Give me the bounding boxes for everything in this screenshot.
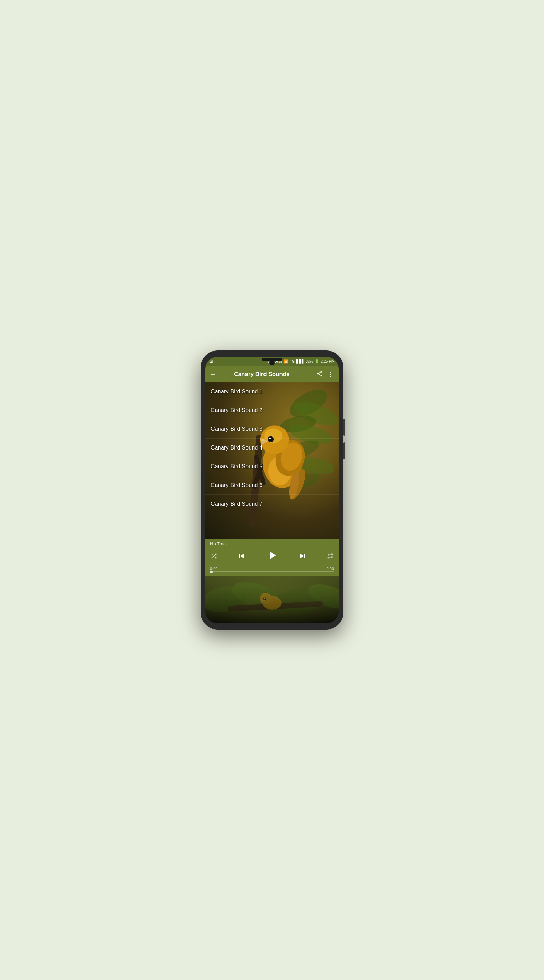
front-camera xyxy=(269,360,275,366)
track-item-6[interactable]: Canary Bird Sound 6 xyxy=(205,476,339,495)
share-button[interactable] xyxy=(316,370,323,379)
toolbar: ← Canary Bird Sounds ⋮ xyxy=(205,366,339,382)
svg-line-3 xyxy=(319,374,320,375)
track-item-1[interactable]: Canary Bird Sound 1 xyxy=(205,382,339,401)
content-area: Canary Bird Sound 1 Canary Bird Sound 2 … xyxy=(205,382,339,624)
volume-down-button[interactable] xyxy=(343,442,345,460)
status-left: 🖼 xyxy=(209,360,213,363)
clock: 2:25 PM xyxy=(320,360,335,363)
more-button[interactable]: ⋮ xyxy=(328,371,334,378)
track-item-5[interactable]: Canary Bird Sound 5 xyxy=(205,457,339,476)
bottom-image-area xyxy=(205,576,339,624)
track-item-3[interactable]: Canary Bird Sound 3 xyxy=(205,420,339,439)
notification-icon: 🖼 xyxy=(209,360,213,363)
battery-pct: 32% xyxy=(306,360,313,363)
player-controls xyxy=(210,549,334,565)
next-button[interactable] xyxy=(298,551,308,563)
svg-point-0 xyxy=(320,371,322,372)
play-button[interactable] xyxy=(265,549,279,565)
network-icon: 4G xyxy=(290,360,295,363)
current-track-name: No Track xyxy=(210,541,334,546)
repeat-button[interactable] xyxy=(327,552,334,562)
player-panel: No Track xyxy=(205,539,339,576)
svg-point-2 xyxy=(320,375,322,376)
toolbar-actions: ⋮ xyxy=(316,370,334,379)
time-end: 0:00 xyxy=(327,566,334,571)
track-item-4[interactable]: Canary Bird Sound 4 xyxy=(205,439,339,457)
bottom-overlay xyxy=(205,576,339,624)
bird-list-area: Canary Bird Sound 1 Canary Bird Sound 2 … xyxy=(205,382,339,539)
player-times: 0:00 0:00 xyxy=(210,566,334,571)
phone-device: 🖼 11.20K/s 📶 4G ▋▋▋ 32% 🔋 2:25 PM ← Cana… xyxy=(201,350,343,630)
previous-button[interactable] xyxy=(236,551,246,563)
volume-up-button[interactable] xyxy=(343,418,345,436)
shuffle-button[interactable] xyxy=(210,552,217,562)
signal-bars: ▋▋▋ xyxy=(296,360,304,364)
screen: 🖼 11.20K/s 📶 4G ▋▋▋ 32% 🔋 2:25 PM ← Cana… xyxy=(205,356,339,624)
track-item-2[interactable]: Canary Bird Sound 2 xyxy=(205,401,339,420)
svg-point-1 xyxy=(317,372,319,374)
battery-icon: 🔋 xyxy=(314,360,319,364)
progress-dot xyxy=(210,571,213,573)
page-title: Canary Bird Sounds xyxy=(211,371,312,378)
track-list: Canary Bird Sound 1 Canary Bird Sound 2 … xyxy=(205,382,339,514)
track-item-7[interactable]: Canary Bird Sound 7 xyxy=(205,495,339,514)
player-progress-bar[interactable] xyxy=(210,571,334,572)
svg-line-4 xyxy=(319,372,320,373)
time-start: 0:00 xyxy=(210,566,217,571)
wifi-icon: 📶 xyxy=(284,360,288,364)
